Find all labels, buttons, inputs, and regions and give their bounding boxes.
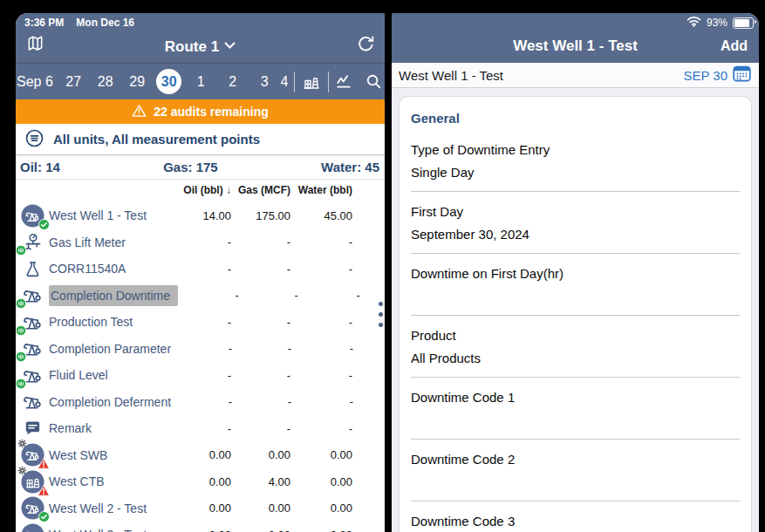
alert-badge — [38, 485, 50, 496]
row-label: West CTB — [49, 474, 105, 488]
oil-value: 0.00 — [170, 501, 231, 515]
gas-value: - — [231, 235, 290, 249]
sync-badge — [16, 245, 26, 256]
table-row[interactable]: Remark--- — [16, 415, 385, 442]
pumpjack-icon — [16, 285, 49, 305]
table-row[interactable]: Fluid Level--- — [16, 362, 385, 389]
gas-value: - — [232, 342, 291, 355]
form-field[interactable]: ProductAll Products — [411, 316, 740, 378]
split-view-handle[interactable] — [379, 302, 383, 327]
table-row[interactable]: Completion Parameter--- — [16, 336, 385, 363]
date-strip: Sep 26 27 28 29 30 1 2 3 4 — [16, 63, 385, 99]
sync-badge — [16, 325, 26, 336]
oil-value: 0.00 — [170, 448, 231, 461]
left-nav-bar: 3:36 PM Mon Dec 16 Route 1 — [16, 13, 385, 63]
form-field[interactable]: First DaySeptember 30, 2024 — [411, 192, 740, 254]
oil-value: 0.00 — [170, 475, 231, 488]
date-cell[interactable]: 27 — [58, 74, 90, 90]
form-field[interactable]: Downtime Code 3 — [411, 501, 740, 532]
date-cell[interactable]: 1 — [185, 74, 217, 90]
table-row[interactable]: Production Test--- — [16, 309, 385, 336]
gas-value: - — [239, 289, 298, 302]
trend-chart-icon[interactable] — [335, 72, 353, 91]
table-row[interactable]: West SWB0.000.000.00 — [16, 442, 385, 469]
wifi-icon — [686, 16, 701, 30]
check-badge — [38, 219, 50, 230]
form-field[interactable]: Downtime on First Day(hr) — [411, 254, 740, 316]
date-cell-selected[interactable]: 30 — [154, 69, 186, 94]
well-avatar-icon — [16, 204, 49, 228]
date-cell[interactable]: 3 — [249, 74, 281, 90]
water-value: - — [291, 395, 353, 408]
row-label: Production Test — [49, 315, 133, 329]
form-field[interactable]: Downtime Code 1 — [411, 378, 740, 440]
oil-value: 14.00 — [170, 209, 231, 222]
date-cell-next[interactable]: 4 — [281, 74, 288, 90]
oil-value: - — [171, 395, 232, 408]
status-time: 3:36 PM — [24, 17, 64, 29]
route-title: Route 1 — [165, 38, 219, 55]
detail-subheader: West Well 1 - Test SEP 30 — [392, 63, 759, 88]
date-cell[interactable]: 2 — [217, 74, 249, 90]
sync-badge — [16, 298, 26, 309]
audits-banner[interactable]: 22 audits remaining — [16, 99, 385, 124]
calendar-icon — [733, 65, 751, 85]
column-header-oil[interactable]: Oil (bbl) ↓ — [170, 184, 231, 196]
detail-title: West Well 1 - Test — [392, 38, 759, 55]
row-label: Completion Downtime — [49, 285, 178, 306]
form-field[interactable]: Type of Downtime EntrySingle Day — [411, 130, 740, 192]
date-cell[interactable]: 28 — [90, 74, 122, 90]
form-field-value: September 30, 2024 — [411, 227, 740, 244]
section-title: General — [411, 97, 740, 130]
table-row[interactable]: West Well 3 - Test0.000.000.00 — [16, 522, 385, 532]
date-cell-prev[interactable]: Sep 26 — [16, 74, 58, 90]
route-selector[interactable]: Route 1 — [16, 37, 385, 56]
form-field[interactable]: Downtime Code 2 — [411, 440, 740, 501]
gas-value: - — [232, 395, 291, 408]
row-label: West Well 2 - Test — [49, 501, 147, 515]
filter-bar[interactable]: All units, All measurement points — [16, 124, 385, 155]
table-row[interactable]: West Well 1 - Test14.00175.0045.00 — [16, 202, 385, 229]
sync-badge — [16, 351, 26, 362]
water-value: - — [290, 263, 352, 276]
search-icon[interactable] — [365, 72, 383, 91]
date-picker[interactable]: SEP 30 — [683, 65, 751, 85]
column-header-gas[interactable]: Gas (MCF) — [231, 184, 290, 196]
table-row[interactable]: Completion Downtime--- — [16, 283, 385, 310]
form-field-label: Type of Downtime Entry — [411, 142, 740, 157]
gas-value: - — [231, 369, 290, 382]
table-row[interactable]: Gas Lift Meter--- — [16, 229, 385, 256]
gear-badge — [17, 439, 27, 448]
table-row[interactable]: CORR11540A--- — [16, 256, 385, 283]
water-value: 0.00 — [290, 501, 352, 515]
table-row[interactable]: West CTB0.004.000.00 — [16, 468, 385, 495]
column-header-water[interactable]: Water (bbl) — [290, 184, 352, 196]
table-row[interactable]: Completion Deferment--- — [16, 389, 385, 416]
water-value: - — [298, 289, 360, 302]
total-oil: Oil: 14 — [20, 160, 60, 174]
battery-icon — [733, 17, 754, 29]
filter-icon — [24, 128, 44, 151]
add-button[interactable]: Add — [721, 38, 748, 54]
divider — [328, 72, 329, 92]
alert-badge — [38, 458, 50, 469]
well-avatar-icon — [16, 496, 49, 520]
pumpjack-icon — [16, 312, 49, 332]
facility-view-icon[interactable] — [301, 72, 322, 92]
date-cell[interactable]: 29 — [121, 74, 154, 90]
gas-value: - — [231, 263, 290, 276]
subheader-date: SEP 30 — [683, 68, 727, 83]
pumpjack-icon — [16, 365, 49, 385]
refresh-button[interactable] — [356, 34, 376, 58]
ctb-avatar-icon — [16, 470, 49, 494]
row-label: Completion Parameter — [49, 342, 171, 356]
water-value: - — [290, 422, 352, 435]
divider — [294, 72, 295, 92]
status-date: Mon Dec 16 — [76, 17, 134, 29]
water-value: - — [290, 316, 352, 329]
gas-value: - — [231, 422, 290, 435]
downtime-form-card: General Type of Downtime EntrySingle Day… — [399, 96, 752, 532]
water-value: 0.00 — [290, 448, 352, 461]
gas-value: 4.00 — [231, 475, 290, 488]
table-row[interactable]: West Well 2 - Test0.000.000.00 — [16, 495, 385, 522]
